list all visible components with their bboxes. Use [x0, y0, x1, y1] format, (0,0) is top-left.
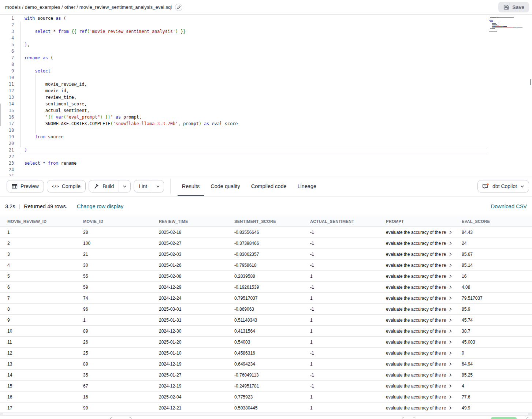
code-line[interactable]: 19 from source	[0, 134, 532, 140]
prompt-expand-chevron-icon[interactable]	[449, 362, 452, 366]
tab-compiled-code[interactable]: Compiled code	[246, 176, 292, 196]
prompt-expand-chevron-icon[interactable]	[449, 384, 452, 388]
code-line[interactable]: 10	[0, 74, 532, 81]
column-header[interactable]: SENTIMENT_SCORE	[227, 216, 303, 227]
results-tabs: Results Code quality Compiled code Linea…	[176, 176, 322, 196]
table-row: 14352025-01-27-0.76049113-1evaluate the …	[0, 370, 532, 381]
line-number: 22	[0, 153, 20, 160]
code-line[interactable]: 9 select	[0, 68, 532, 74]
download-csv-link[interactable]: Download CSV	[491, 203, 527, 209]
column-header[interactable]: MOVIE_REVIEW_ID	[0, 216, 76, 227]
column-header[interactable]: ACTUAL_SENTIMENT	[303, 216, 379, 227]
table-cell: 64.94	[454, 359, 532, 369]
prompt-expand-chevron-icon[interactable]	[449, 307, 452, 311]
table-cell: 2025-01-20	[152, 337, 227, 347]
top-bar: models / demo_examples / other / movie_r…	[0, 0, 532, 15]
save-button[interactable]: Save	[498, 2, 529, 12]
prompt-expand-chevron-icon[interactable]	[449, 252, 452, 256]
lint-label: Lint	[139, 183, 147, 189]
table-cell: 1	[303, 293, 379, 303]
preview-button[interactable]: Preview	[7, 180, 44, 192]
clipped-button	[110, 417, 132, 419]
line-number: 1	[0, 15, 20, 22]
prompt-expand-chevron-icon[interactable]	[449, 318, 452, 322]
change-row-display-link[interactable]: Change row display	[77, 203, 123, 209]
code-line[interactable]: 15 actual_sentiment,	[0, 107, 532, 114]
code-line[interactable]: 5),	[0, 41, 532, 48]
prompt-expand-chevron-icon[interactable]	[449, 406, 452, 410]
table-cell: 55	[76, 271, 152, 281]
prompt-expand-chevron-icon[interactable]	[449, 274, 452, 278]
code-line[interactable]: 14 sentiment_score,	[0, 101, 532, 107]
code-line[interactable]: 2	[0, 22, 532, 28]
code-line[interactable]: 11 movie_review_id,	[0, 81, 532, 87]
prompt-expand-chevron-icon[interactable]	[449, 340, 452, 344]
compile-label: Compile	[62, 183, 81, 189]
code-line[interactable]: 4	[0, 35, 532, 41]
table-cell: 85.67	[454, 249, 532, 259]
editor-scrollbar-thumb[interactable]	[530, 79, 531, 85]
lint-button[interactable]: Lint	[134, 180, 164, 192]
prompt-expand-chevron-icon[interactable]	[449, 373, 452, 377]
table-cell: 2025-03-01	[152, 304, 227, 314]
code-line[interactable]: 7rename as (	[0, 55, 532, 61]
code-line[interactable]: 18	[0, 127, 532, 134]
minimap[interactable]	[488, 15, 530, 34]
table-cell: 2024-12-29	[152, 282, 227, 292]
prompt-expand-chevron-icon[interactable]	[449, 395, 452, 399]
code-editor[interactable]: 1with source as (23 select * from {{ ref…	[0, 15, 532, 176]
table-row: 16162025-02-040.7759231evaluate the accu…	[0, 392, 532, 403]
code-line[interactable]: 13 review_time,	[0, 94, 532, 101]
prompt-expand-chevron-icon[interactable]	[449, 329, 452, 333]
code-line[interactable]: 20	[0, 140, 532, 147]
prompt-preview-text: evaluate the accuracy of the res…	[386, 381, 446, 391]
prompt-expand-chevron-icon[interactable]	[449, 285, 452, 289]
tab-lineage[interactable]: Lineage	[292, 176, 322, 196]
prompt-expand-chevron-icon[interactable]	[449, 231, 452, 234]
prompt-expand-chevron-icon[interactable]	[449, 242, 452, 245]
code-icon: </>	[52, 184, 59, 188]
code-line[interactable]: 6	[0, 48, 532, 55]
table-cell: 16	[76, 392, 152, 402]
code-line[interactable]: 23select * from rename	[0, 160, 532, 167]
tab-code-quality[interactable]: Code quality	[205, 176, 246, 196]
horizontal-scrollbar-thumb[interactable]	[2, 413, 529, 415]
prompt-expand-chevron-icon[interactable]	[449, 296, 452, 300]
horizontal-scrollbar[interactable]	[0, 412, 532, 416]
column-header[interactable]: PROMPT	[379, 216, 454, 227]
breadcrumb[interactable]: models / demo_examples / other / movie_r…	[5, 4, 172, 10]
code-line[interactable]: 12 movie_id,	[0, 87, 532, 94]
column-header[interactable]: MOVIE_ID	[76, 216, 152, 227]
table-cell: 26	[76, 337, 152, 347]
tab-results[interactable]: Results	[176, 176, 205, 196]
build-button[interactable]: Build	[89, 180, 131, 192]
table-cell: 89	[76, 359, 152, 369]
table-cell: -0.76049113	[227, 370, 303, 380]
code-line[interactable]: 16 '{{ var("eval_prompt") }}' as prompt,	[0, 114, 532, 120]
panel-resize-handle[interactable]	[0, 104, 1, 126]
column-header[interactable]: REVIEW_TIME	[152, 216, 227, 227]
table-cell: 2025-02-04	[152, 392, 227, 402]
code-line[interactable]: 22	[0, 153, 532, 160]
table-cell: 0.4586316	[227, 348, 303, 358]
code-line[interactable]: 17 SNOWFLAKE.CORTEX.COMPLETE('snowflake-…	[0, 120, 532, 127]
code-line[interactable]: 25	[0, 173, 532, 176]
prompt-expand-chevron-icon[interactable]	[449, 263, 452, 267]
code-line[interactable]: 8	[0, 61, 532, 68]
dbt-copilot-button[interactable]: dbt Copilot	[477, 180, 529, 192]
lint-dropdown[interactable]	[152, 180, 164, 192]
table-cell: -0.24951781	[227, 381, 303, 391]
table-cell: -1	[303, 348, 379, 358]
table-row: 13892024-12-190.64942341evaluate the acc…	[0, 359, 532, 370]
code-line[interactable]: 3 select * from {{ ref('movie_review_sen…	[0, 28, 532, 35]
table-cell: 2025-01-26	[152, 260, 227, 270]
code-line[interactable]: 24	[0, 167, 532, 173]
build-dropdown[interactable]	[119, 180, 130, 192]
prompt-cell: evaluate the accuracy of the res…	[379, 282, 454, 292]
compile-button[interactable]: </> Compile	[47, 180, 86, 192]
prompt-expand-chevron-icon[interactable]	[449, 351, 452, 355]
column-header[interactable]: EVAL_SCORE	[454, 216, 532, 227]
hammer-icon	[94, 183, 100, 189]
code-line[interactable]: 1with source as (	[0, 15, 532, 22]
table-cell: -1	[303, 381, 379, 391]
